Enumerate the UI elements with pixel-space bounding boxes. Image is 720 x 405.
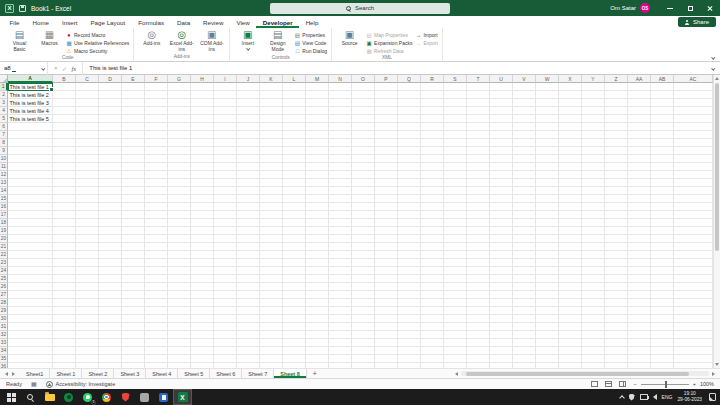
cell-n6[interactable]	[329, 123, 352, 131]
row-header-14[interactable]: 14	[0, 187, 8, 195]
cell-aa34[interactable]	[628, 347, 651, 355]
cell-g30[interactable]	[168, 315, 191, 323]
cell-r21[interactable]	[421, 243, 444, 251]
cell-m27[interactable]	[306, 291, 329, 299]
cell-h4[interactable]	[191, 107, 214, 115]
cell-x5[interactable]	[559, 115, 582, 123]
cell-l33[interactable]	[283, 339, 306, 347]
language-indicator[interactable]: ENG	[662, 394, 673, 400]
cell-x4[interactable]	[559, 107, 582, 115]
cell-c2[interactable]	[76, 91, 99, 99]
cell-z25[interactable]	[605, 275, 628, 283]
column-header-ab[interactable]: AB	[651, 75, 674, 83]
cell-m24[interactable]	[306, 267, 329, 275]
cell-c25[interactable]	[76, 275, 99, 283]
cell-c21[interactable]	[76, 243, 99, 251]
cell-r2[interactable]	[421, 91, 444, 99]
cell-y15[interactable]	[582, 195, 605, 203]
cell-c14[interactable]	[76, 187, 99, 195]
cell-w24[interactable]	[536, 267, 559, 275]
cell-ab20[interactable]	[651, 235, 674, 243]
cell-a17[interactable]	[8, 211, 53, 219]
cell-j32[interactable]	[237, 331, 260, 339]
cell-v3[interactable]	[513, 99, 536, 107]
cell-l13[interactable]	[283, 179, 306, 187]
cell-k27[interactable]	[260, 291, 283, 299]
cell-i2[interactable]	[214, 91, 237, 99]
cell-s28[interactable]	[444, 299, 467, 307]
tab-view[interactable]: View	[230, 16, 256, 28]
tab-review[interactable]: Review	[197, 16, 230, 28]
page-layout-view-icon[interactable]	[605, 381, 612, 387]
expand-formula-bar-icon[interactable]	[711, 66, 715, 70]
cell-ac3[interactable]	[674, 99, 713, 107]
cell-s14[interactable]	[444, 187, 467, 195]
cell-g19[interactable]	[168, 227, 191, 235]
column-header-r[interactable]: R	[421, 75, 444, 83]
cell-c19[interactable]	[76, 227, 99, 235]
cell-e25[interactable]	[122, 275, 145, 283]
row-header-31[interactable]: 31	[0, 323, 8, 331]
cell-j12[interactable]	[237, 171, 260, 179]
taskbar-gray-app-icon[interactable]	[135, 389, 154, 405]
scroll-up-icon[interactable]	[715, 77, 719, 80]
cell-w7[interactable]	[536, 131, 559, 139]
cell-i23[interactable]	[214, 259, 237, 267]
cell-b19[interactable]	[53, 227, 76, 235]
cell-u26[interactable]	[490, 283, 513, 291]
cell-z10[interactable]	[605, 155, 628, 163]
cell-ac2[interactable]	[674, 91, 713, 99]
cell-u16[interactable]	[490, 203, 513, 211]
cell-b16[interactable]	[53, 203, 76, 211]
cell-l29[interactable]	[283, 307, 306, 315]
cell-aa6[interactable]	[628, 123, 651, 131]
cell-s10[interactable]	[444, 155, 467, 163]
cell-aa17[interactable]	[628, 211, 651, 219]
cell-h26[interactable]	[191, 283, 214, 291]
cell-o12[interactable]	[352, 171, 375, 179]
cell-b29[interactable]	[53, 307, 76, 315]
taskbar-start-icon[interactable]	[2, 389, 21, 405]
cell-s24[interactable]	[444, 267, 467, 275]
cell-i7[interactable]	[214, 131, 237, 139]
cell-ab26[interactable]	[651, 283, 674, 291]
cell-ac11[interactable]	[674, 163, 713, 171]
ribbon-button-visual-basic[interactable]: Visual Basic	[6, 29, 33, 52]
cell-x30[interactable]	[559, 315, 582, 323]
cell-f1[interactable]	[145, 83, 168, 91]
cell-ab34[interactable]	[651, 347, 674, 355]
cell-p31[interactable]	[375, 323, 398, 331]
cell-x16[interactable]	[559, 203, 582, 211]
cell-u23[interactable]	[490, 259, 513, 267]
prev-sheet-icon[interactable]	[5, 372, 8, 376]
cell-x14[interactable]	[559, 187, 582, 195]
cell-f7[interactable]	[145, 131, 168, 139]
cell-q26[interactable]	[398, 283, 421, 291]
enter-icon[interactable]: ✓	[62, 65, 67, 72]
cell-t15[interactable]	[467, 195, 490, 203]
cell-m1[interactable]	[306, 83, 329, 91]
cell-k36[interactable]	[260, 363, 283, 368]
cell-r7[interactable]	[421, 131, 444, 139]
row-header-25[interactable]: 25	[0, 275, 8, 283]
cell-y6[interactable]	[582, 123, 605, 131]
cell-j3[interactable]	[237, 99, 260, 107]
cell-j33[interactable]	[237, 339, 260, 347]
cell-q13[interactable]	[398, 179, 421, 187]
cell-x8[interactable]	[559, 139, 582, 147]
cell-h32[interactable]	[191, 331, 214, 339]
cell-z29[interactable]	[605, 307, 628, 315]
taskbar-shield-app-icon[interactable]	[116, 389, 135, 405]
cell-n7[interactable]	[329, 131, 352, 139]
cell-m13[interactable]	[306, 179, 329, 187]
cell-k21[interactable]	[260, 243, 283, 251]
cell-v24[interactable]	[513, 267, 536, 275]
cell-i17[interactable]	[214, 211, 237, 219]
cell-ab4[interactable]	[651, 107, 674, 115]
cell-z1[interactable]	[605, 83, 628, 91]
cell-w15[interactable]	[536, 195, 559, 203]
cell-g22[interactable]	[168, 251, 191, 259]
cell-v29[interactable]	[513, 307, 536, 315]
cell-s32[interactable]	[444, 331, 467, 339]
cell-j22[interactable]	[237, 251, 260, 259]
